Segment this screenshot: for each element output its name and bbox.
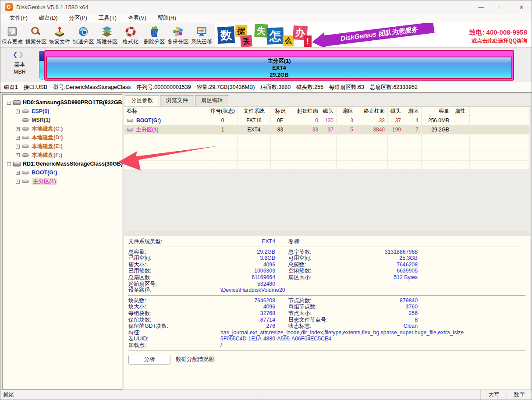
menu-partition[interactable]: 分区(P) bbox=[63, 14, 93, 23]
detail-label: 总簇数: bbox=[288, 262, 352, 268]
tab-browse-files[interactable]: 浏览文件 bbox=[160, 95, 194, 106]
menu-view[interactable]: 查看(V) bbox=[122, 14, 152, 23]
disk-bar[interactable]: 主分区(1) EXT4 29.2GB bbox=[44, 50, 514, 81]
tree-item-local-e[interactable]: + 本地磁盘(E:) bbox=[3, 142, 122, 151]
tree-item-local-c[interactable]: + 本地磁盘(C:) bbox=[3, 124, 122, 133]
cell-seq: 1 bbox=[208, 125, 238, 134]
new-partition-button[interactable]: 新建分区 bbox=[95, 23, 119, 47]
col-header[interactable]: 扇区 bbox=[337, 106, 356, 116]
quick-partition-button[interactable]: 快速分区 bbox=[71, 23, 95, 47]
col-header[interactable]: 终止柱面 bbox=[356, 106, 388, 116]
collapse-icon[interactable]: - bbox=[7, 101, 11, 105]
cell-volume-label: BOOT(G:) bbox=[136, 117, 161, 124]
delete-partition-button[interactable]: 删除分区 bbox=[142, 23, 166, 47]
detail-row-features: 特征: has_journal,ext_attr,resize_inode,di… bbox=[128, 329, 525, 336]
partition-bar-main[interactable]: 主分区(1) EXT4 29.2GB bbox=[46, 57, 512, 79]
table-row-primary-selected[interactable]: 主分区(1) 1 EXT4 83 33 37 5 3840 199 7 29.2… bbox=[124, 125, 530, 135]
window-controls: — □ ✕ bbox=[471, 0, 532, 14]
tab-partition-params[interactable]: 分区参数 bbox=[125, 95, 159, 106]
col-header[interactable]: 文件系统 bbox=[238, 106, 271, 116]
backup-partition-button[interactable]: 备份分区 bbox=[166, 23, 190, 47]
detail-value: has_journal,ext_attr,resize_inode,dir_in… bbox=[220, 329, 525, 336]
status-ready: 就绪 bbox=[0, 390, 262, 400]
partition-table: 卷标 序号(状态) 文件系统 标识 起始柱面 磁头 扇区 终止柱面 磁头 扇区 … bbox=[124, 106, 530, 170]
toolbar-button-label: 保存更改 bbox=[2, 38, 23, 46]
col-header[interactable]: 属性 bbox=[452, 106, 470, 116]
col-header[interactable]: 序号(状态) bbox=[208, 106, 238, 116]
minimize-button[interactable]: — bbox=[471, 0, 491, 14]
detail-value: EXT4 bbox=[220, 238, 275, 245]
cell-seq: 0 bbox=[208, 116, 238, 125]
format-icon bbox=[124, 25, 137, 38]
disk-mode-basic: 基本 bbox=[7, 61, 32, 68]
tree-item-local-f[interactable]: + 本地磁盘(F:) bbox=[3, 151, 122, 159]
expand-icon[interactable]: + bbox=[16, 180, 20, 184]
format-button[interactable]: 格式化 bbox=[119, 23, 142, 47]
detail-row: 保留的GDT块数:276 状态标志:Clean bbox=[128, 323, 525, 329]
col-header[interactable]: 起始柱面 bbox=[290, 106, 321, 116]
menu-disk[interactable]: 磁盘(D) bbox=[33, 14, 63, 23]
menu-file[interactable]: 文件(F) bbox=[4, 14, 33, 23]
col-header[interactable]: 卷标 bbox=[124, 106, 208, 116]
tab-sector-edit[interactable]: 扇区编辑 bbox=[195, 95, 229, 106]
menu-tools[interactable]: 工具(T) bbox=[93, 14, 122, 23]
expand-icon[interactable]: + bbox=[16, 110, 20, 113]
search-icon bbox=[30, 25, 42, 38]
tree-item-esp[interactable]: + ESP(0) bbox=[3, 107, 122, 116]
cell-attr bbox=[452, 125, 470, 134]
cell-start-head: 130 bbox=[321, 116, 337, 125]
col-header[interactable]: 磁头 bbox=[321, 106, 337, 116]
collapse-icon[interactable]: - bbox=[7, 162, 11, 166]
detail-row-device-path: 设备路径: \Device\HarddiskVolume20 bbox=[128, 287, 525, 294]
expand-icon[interactable]: + bbox=[16, 145, 20, 149]
detail-label: 总字节数: bbox=[288, 249, 352, 255]
col-header[interactable]: 容量 bbox=[422, 106, 452, 116]
tree-item-label: 本地磁盘(F:) bbox=[32, 152, 62, 159]
cell-capacity: 29.2GB bbox=[422, 125, 452, 134]
col-header[interactable]: 扇区 bbox=[404, 106, 422, 116]
tree-item-local-d[interactable]: + 本地磁盘(D:) bbox=[3, 133, 122, 142]
expand-icon[interactable]: + bbox=[16, 127, 20, 131]
col-header[interactable]: 标识 bbox=[271, 106, 290, 116]
detail-value: 4096 bbox=[220, 304, 275, 310]
expand-icon[interactable]: + bbox=[16, 153, 20, 157]
maximize-button[interactable]: □ bbox=[491, 0, 511, 14]
ad-banner[interactable]: 数 据 丢 失 怎 么 办 ! DiskGenius 团队为您服务 致电: 40… bbox=[215, 23, 532, 47]
tree-item-hd0[interactable]: - HD0:SamsungSSD990PRO1TB(932GB bbox=[3, 98, 122, 107]
detail-label: 已用簇数: bbox=[128, 268, 220, 274]
detail-value: 32768 bbox=[220, 310, 275, 317]
expand-icon[interactable]: + bbox=[16, 171, 20, 175]
recover-files-button[interactable]: 恢复文件 bbox=[48, 23, 71, 47]
ad-tiles: 数 据 丢 失 怎 么 办 ! bbox=[218, 24, 312, 47]
prev-disk-icon[interactable]: ❮ bbox=[13, 51, 19, 58]
partition-icon bbox=[22, 153, 29, 157]
tree-item-rd1[interactable]: - RD1:GenericMassStorageClass(30GB) bbox=[3, 159, 122, 168]
detail-row-mount-point: 加载点: / bbox=[128, 342, 525, 349]
cell-filler bbox=[470, 125, 530, 134]
ad-qq-link[interactable]: 或点击此处选择QQ咨询 bbox=[472, 37, 527, 45]
detail-value: 1006303 bbox=[220, 268, 275, 274]
col-header[interactable]: 磁头 bbox=[388, 106, 404, 116]
expand-icon[interactable]: + bbox=[16, 136, 20, 140]
search-partition-button[interactable]: 搜索分区 bbox=[24, 23, 48, 47]
tree-item-primary-partition[interactable]: + 主分区(1) bbox=[3, 177, 122, 186]
tree-item-boot-g[interactable]: + BOOT(G:) bbox=[3, 168, 122, 177]
close-button[interactable]: ✕ bbox=[511, 0, 532, 14]
toolbar: 保存更改 搜索分区 恢复文件 快速分区 新建分区 格式化 删除分区 备份分区 bbox=[0, 23, 532, 48]
save-changes-button[interactable]: 保存更改 bbox=[0, 23, 24, 47]
detail-value: 25.3GB bbox=[352, 255, 418, 262]
tree-item-msr[interactable]: MSR(1) bbox=[3, 116, 122, 124]
table-row-boot[interactable]: BOOT(G:) 0 FAT16 0E 0 130 3 33 37 4 256.… bbox=[124, 116, 530, 125]
partition-bar-name: 主分区(1) bbox=[268, 57, 291, 64]
next-disk-icon[interactable]: ❯ bbox=[19, 51, 25, 58]
detail-value: 3.8GB bbox=[220, 255, 275, 262]
system-migrate-button[interactable]: 系统迁移 bbox=[190, 23, 213, 47]
detail-label: 加载点: bbox=[128, 342, 220, 349]
analyze-button[interactable]: 分析 bbox=[128, 355, 170, 365]
detail-value: 29.2GB bbox=[220, 249, 275, 255]
cell-id: 83 bbox=[271, 125, 290, 134]
menu-help[interactable]: 帮助(H) bbox=[152, 14, 182, 23]
tab-strip: 分区参数 浏览文件 扇区编辑 bbox=[124, 95, 530, 106]
tree-item-label: ESP(0) bbox=[32, 108, 49, 114]
detail-label: 保留块数: bbox=[128, 317, 220, 323]
